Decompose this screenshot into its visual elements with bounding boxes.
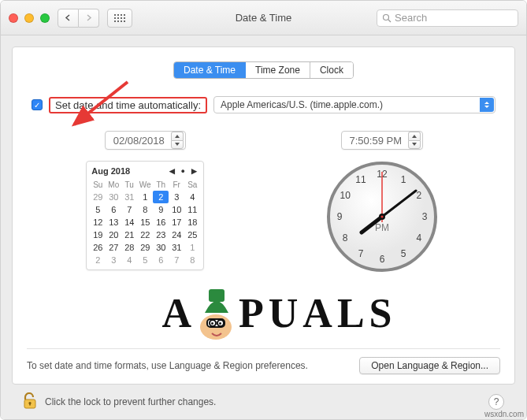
time-field[interactable]: 7:50:59 PM — [341, 131, 424, 150]
calendar-day[interactable]: 4 — [184, 191, 200, 203]
calendar-day[interactable]: 4 — [121, 254, 137, 266]
calendar-day[interactable]: 29 — [90, 191, 106, 203]
svg-rect-4 — [114, 17, 116, 19]
show-all-button[interactable] — [107, 9, 132, 28]
calendar-day[interactable]: 8 — [184, 254, 200, 266]
svg-point-23 — [211, 322, 213, 325]
clock-hour-number: 1 — [400, 174, 406, 185]
calendar-day[interactable]: 9 — [153, 203, 169, 216]
date-column: 02/08/2018 Aug 2018 ◀ ● ▶ SuMoTuWe — [43, 131, 247, 270]
calendar-day[interactable]: 16 — [153, 216, 169, 229]
calendar-day[interactable]: 30 — [106, 191, 121, 203]
svg-point-24 — [219, 322, 221, 325]
calendar-day[interactable]: 29 — [137, 241, 153, 254]
calendar-day[interactable]: 6 — [153, 254, 169, 266]
search-icon — [382, 13, 392, 23]
calendar-day[interactable]: 12 — [90, 216, 106, 229]
svg-rect-9 — [117, 20, 119, 22]
calendar-day[interactable]: 20 — [106, 229, 121, 241]
preferences-window: Date & Time Search Date & Time Time Zo — [0, 0, 527, 420]
svg-line-13 — [388, 20, 391, 22]
calendar[interactable]: Aug 2018 ◀ ● ▶ SuMoTuWeThFrSa29303112345… — [86, 161, 204, 270]
calendar-today-icon[interactable]: ● — [178, 166, 187, 176]
calendar-day[interactable]: 11 — [184, 203, 200, 216]
open-language-region-button[interactable]: Open Language & Region... — [359, 357, 500, 374]
calendar-day[interactable]: 22 — [137, 229, 153, 241]
calendar-dow: Sa — [184, 179, 200, 191]
back-button[interactable] — [58, 9, 79, 28]
date-stepper[interactable] — [171, 132, 184, 149]
tab-time-zone[interactable]: Time Zone — [246, 62, 310, 78]
time-stepper[interactable] — [408, 132, 421, 149]
svg-rect-19 — [209, 289, 225, 302]
calendar-day[interactable]: 7 — [169, 254, 184, 266]
calendar-dow: Mo — [106, 179, 121, 191]
calendar-dow: Su — [90, 179, 106, 191]
lock-text: Click the lock to prevent further change… — [45, 396, 216, 407]
calendar-title: Aug 2018 — [91, 166, 130, 176]
forward-button[interactable] — [79, 9, 99, 28]
calendar-day[interactable]: 26 — [90, 241, 106, 254]
calendar-day[interactable]: 2 — [90, 254, 106, 266]
calendar-day[interactable]: 24 — [169, 229, 184, 241]
set-automatically-checkbox[interactable]: ✓ — [32, 99, 43, 110]
calendar-day[interactable]: 23 — [153, 229, 169, 241]
calendar-day[interactable]: 7 — [121, 203, 137, 216]
calendar-day[interactable]: 5 — [137, 254, 153, 266]
svg-rect-10 — [121, 20, 122, 22]
svg-rect-2 — [121, 14, 122, 16]
date-field[interactable]: 02/08/2018 — [105, 131, 186, 150]
clock-hour-number: 9 — [336, 211, 342, 222]
tab-date-time[interactable]: Date & Time — [174, 62, 246, 78]
calendar-day[interactable]: 19 — [90, 229, 106, 241]
calendar-day[interactable]: 1 — [184, 241, 200, 254]
calendar-day[interactable]: 21 — [121, 229, 137, 241]
time-server-select[interactable]: Apple Americas/U.S. (time.apple.com.) — [213, 96, 495, 113]
calendar-next-icon[interactable]: ▶ — [189, 166, 199, 176]
calendar-dow: Tu — [121, 179, 137, 191]
tab-clock[interactable]: Clock — [310, 62, 353, 78]
calendar-day[interactable]: 25 — [184, 229, 200, 241]
svg-rect-8 — [114, 20, 116, 22]
nav-back-forward — [58, 9, 99, 28]
svg-rect-11 — [124, 20, 125, 22]
calendar-day[interactable]: 31 — [169, 241, 184, 254]
calendar-day[interactable]: 18 — [184, 216, 200, 229]
set-automatically-label: Set date and time automatically: — [49, 97, 207, 113]
minimize-window-button[interactable] — [24, 13, 34, 23]
calendar-day[interactable]: 30 — [153, 241, 169, 254]
calendar-day[interactable]: 13 — [106, 216, 121, 229]
bottom-bar: Click the lock to prevent further change… — [12, 385, 515, 419]
calendar-day[interactable]: 27 — [106, 241, 121, 254]
calendar-day[interactable]: 14 — [121, 216, 137, 229]
calendar-day[interactable]: 28 — [121, 241, 137, 254]
lock-icon[interactable] — [23, 392, 37, 412]
svg-rect-0 — [114, 14, 116, 16]
calendar-day[interactable]: 3 — [169, 191, 184, 203]
calendar-day[interactable]: 1 — [137, 191, 153, 203]
time-column: 7:50:59 PM 121234567891011 PM — [280, 131, 484, 278]
calendar-day[interactable]: 10 — [169, 203, 184, 216]
calendar-dow: We — [137, 179, 153, 191]
svg-rect-20 — [207, 319, 225, 327]
svg-rect-1 — [117, 14, 119, 16]
calendar-day[interactable]: 5 — [90, 203, 106, 216]
calendar-day[interactable]: 2 — [153, 191, 169, 203]
help-button[interactable]: ? — [488, 394, 504, 410]
calendar-day[interactable]: 3 — [106, 254, 121, 266]
time-value: 7:50:59 PM — [350, 135, 403, 147]
calendar-day[interactable]: 17 — [169, 216, 184, 229]
content-area: Date & Time Time Zone Clock ✓ Set date a… — [1, 35, 526, 419]
calendar-day[interactable]: 6 — [106, 203, 121, 216]
calendar-day[interactable]: 31 — [121, 191, 137, 203]
calendar-prev-icon[interactable]: ◀ — [167, 166, 176, 176]
search-field[interactable]: Search — [377, 9, 518, 27]
calendar-day[interactable]: 8 — [137, 203, 153, 216]
date-value: 02/08/2018 — [113, 135, 165, 147]
clock-hour-number: 3 — [421, 211, 427, 222]
close-window-button[interactable] — [9, 13, 18, 23]
zoom-window-button[interactable] — [40, 13, 50, 23]
source-watermark: wsxdn.com — [484, 410, 524, 418]
calendar-day[interactable]: 15 — [137, 216, 153, 229]
tab-control: Date & Time Time Zone Clock — [27, 61, 500, 79]
